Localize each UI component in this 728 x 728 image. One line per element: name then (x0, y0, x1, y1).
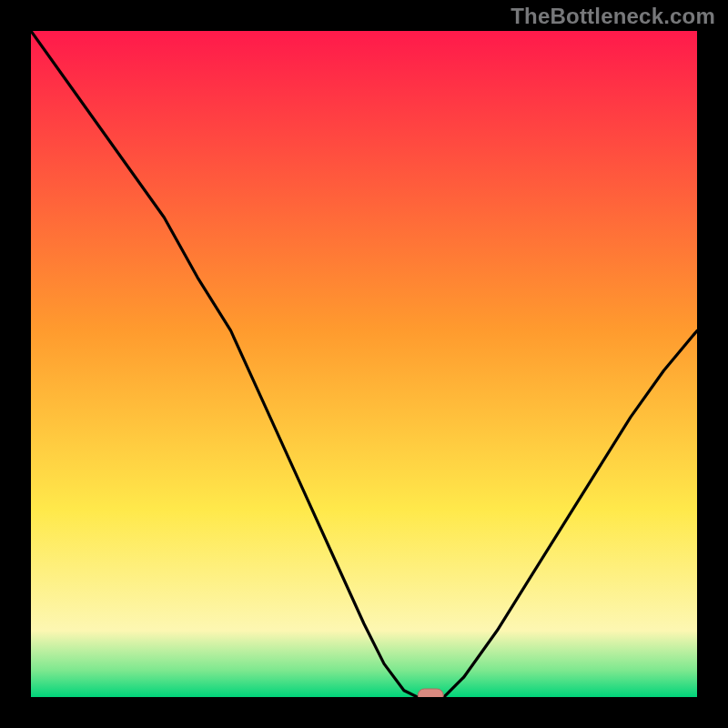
optimal-marker (418, 689, 443, 697)
gradient-background (31, 31, 697, 697)
watermark-text: TheBottleneck.com (511, 4, 715, 29)
chart-frame: TheBottleneck.com (0, 0, 728, 728)
bottleneck-chart (31, 31, 697, 697)
